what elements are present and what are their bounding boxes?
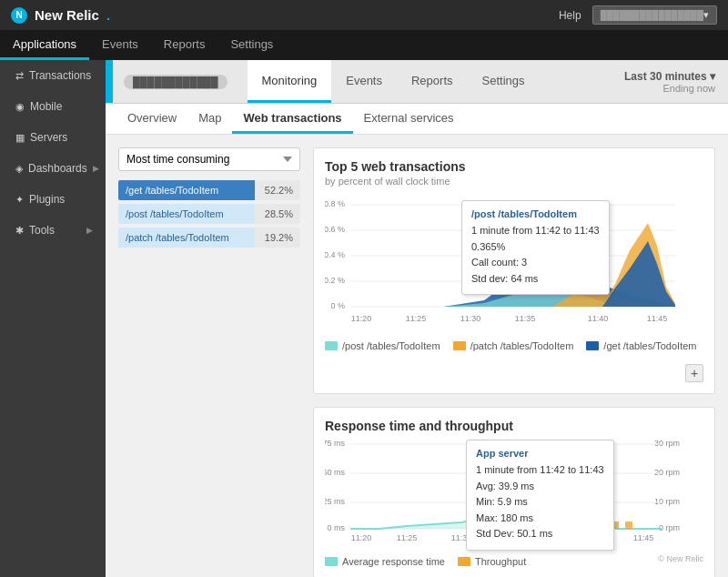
tooltip-row-1: 0.365% <box>471 239 600 256</box>
tx-label-post: /post /tables/TodoItem <box>118 204 255 224</box>
app-name-area: ████████████ <box>113 60 238 103</box>
tx-pct-post: 28.5% <box>255 204 300 224</box>
timerange-sub: Ending now <box>663 83 716 94</box>
subnav-overview[interactable]: Overview <box>116 104 187 134</box>
transaction-row-post[interactable]: /post /tables/TodoItem 28.5% <box>118 204 300 224</box>
nav-settings[interactable]: Settings <box>217 30 286 60</box>
svg-text:0 rpm: 0 rpm <box>659 523 680 532</box>
nav-reports[interactable]: Reports <box>151 30 218 60</box>
svg-text:11:45: 11:45 <box>633 533 654 542</box>
svg-text:11:40: 11:40 <box>588 314 609 323</box>
top5-chart-subtitle: by percent of wall clock time <box>325 176 703 187</box>
timerange-label: Last 30 minutes ▾ <box>624 70 715 83</box>
dashboards-icon: ◈ <box>15 163 23 175</box>
tab-events[interactable]: Events <box>331 60 397 103</box>
chevron-right-icon: ▶ <box>93 164 99 173</box>
response-tooltip-row-0: 1 minute from 11:42 to 11:43 <box>476 462 604 479</box>
svg-text:30 rpm: 30 rpm <box>654 439 680 448</box>
legend-item-response: Average response time <box>325 556 445 567</box>
svg-text:11:25: 11:25 <box>406 314 427 323</box>
svg-text:0.8 %: 0.8 % <box>325 199 345 208</box>
top5-chart-section: Top 5 web transactions by percent of wal… <box>313 147 715 394</box>
svg-text:0.2 %: 0.2 % <box>325 276 345 285</box>
topbar: N New Relic. Help ████████████████ ▾ <box>0 0 728 30</box>
tx-label-get: /get /tables/TodoItem <box>118 180 255 200</box>
chart-watermark: © New Relic <box>658 554 703 563</box>
tab-monitoring[interactable]: Monitoring <box>248 60 332 103</box>
left-panel: Most time consuming /get /tables/TodoIte… <box>118 147 300 564</box>
nav-applications[interactable]: Applications <box>0 30 89 60</box>
svg-rect-41 <box>625 521 632 529</box>
tooltip-row-2: Call count: 3 <box>471 255 600 271</box>
response-chart-section: Response time and throughput 75 ms 50 ms… <box>313 407 715 577</box>
svg-text:0.4 %: 0.4 % <box>325 250 345 259</box>
plugins-icon: ✦ <box>15 194 24 206</box>
svg-text:0.6 %: 0.6 % <box>325 225 345 234</box>
tooltip-title: /post /tables/TodoItem <box>471 208 600 219</box>
svg-text:11:25: 11:25 <box>397 533 418 542</box>
transaction-row-patch[interactable]: /patch /tables/TodoItem 19.2% <box>118 228 300 248</box>
app-tabs: Monitoring Events Reports Settings <box>248 60 540 103</box>
subnav-external-services[interactable]: External services <box>353 104 465 134</box>
tab-settings[interactable]: Settings <box>468 60 540 103</box>
svg-text:50 ms: 50 ms <box>325 468 345 477</box>
add-legend-button[interactable]: + <box>685 364 703 382</box>
tx-pct-get: 52.2% <box>255 180 300 200</box>
legend-item-post: /post /tables/TodoItem <box>325 340 440 351</box>
top5-tooltip: /post /tables/TodoItem 1 minute from 11:… <box>461 200 610 295</box>
app-status-indicator <box>106 60 113 103</box>
legend-color-response <box>325 557 338 566</box>
legend-color-get <box>586 341 599 350</box>
tooltip-row-0: 1 minute from 11:42 to 11:43 <box>471 223 600 239</box>
top5-legend: /post /tables/TodoItem /patch /tables/To… <box>325 340 703 382</box>
svg-text:11:30: 11:30 <box>460 314 481 323</box>
svg-text:20 rpm: 20 rpm <box>654 468 680 477</box>
subnav: Overview Map Web transactions External s… <box>106 104 728 135</box>
top5-chart-title: Top 5 web transactions <box>325 159 703 174</box>
chevron-right-icon-tools: ▶ <box>86 226 93 235</box>
help-link[interactable]: Help <box>559 9 581 22</box>
logo-icon: N <box>11 7 27 24</box>
filter-dropdown[interactable]: Most time consuming <box>118 147 300 171</box>
response-tooltip-row-1: Avg: 39.9 ms <box>476 479 604 495</box>
servers-icon: ▦ <box>15 132 25 144</box>
sidebar: ⇄ Transactions ◉ Mobile ▦ Servers ◈ Dash… <box>0 60 106 577</box>
subnav-web-transactions[interactable]: Web transactions <box>232 104 352 134</box>
tooltip-row-3: Std dev: 64 ms <box>471 271 600 288</box>
svg-text:11:45: 11:45 <box>647 314 668 323</box>
response-tooltip-row-2: Min: 5.9 ms <box>476 494 604 511</box>
mobile-icon: ◉ <box>15 101 25 113</box>
tab-reports[interactable]: Reports <box>397 60 468 103</box>
svg-text:11:20: 11:20 <box>351 314 372 323</box>
nav-events[interactable]: Events <box>89 30 151 60</box>
response-tooltip: App server 1 minute from 11:42 to 11:43 … <box>466 440 614 551</box>
right-panel: Top 5 web transactions by percent of wal… <box>313 147 715 564</box>
main-nav: Applications Events Reports Settings <box>0 30 728 60</box>
app-name-pill[interactable]: ████████████ <box>124 75 228 89</box>
sidebar-item-servers[interactable]: ▦ Servers <box>0 122 106 153</box>
sidebar-item-plugins[interactable]: ✦ Plugins <box>0 184 106 215</box>
response-tooltip-row-4: Std Dev: 50.1 ms <box>476 526 604 542</box>
svg-text:10 rpm: 10 rpm <box>654 497 680 506</box>
legend-color-throughput <box>458 557 470 566</box>
sidebar-item-tools[interactable]: ✱ Tools ▶ <box>0 215 106 246</box>
main-content: Most time consuming /get /tables/TodoIte… <box>106 135 728 577</box>
timerange-selector[interactable]: Last 30 minutes ▾ Ending now <box>612 60 728 103</box>
response-tooltip-title: App server <box>476 448 604 459</box>
sidebar-item-mobile[interactable]: ◉ Mobile <box>0 91 106 122</box>
legend-item-throughput: Throughput <box>458 556 526 567</box>
user-dropdown[interactable]: ████████████████ ▾ <box>592 5 717 25</box>
transaction-row-get[interactable]: /get /tables/TodoItem 52.2% <box>118 180 300 200</box>
legend-color-post <box>325 341 338 350</box>
topbar-right: Help ████████████████ ▾ <box>559 5 717 25</box>
subnav-map[interactable]: Map <box>187 104 232 134</box>
response-legend: Average response time Throughput <box>325 556 526 567</box>
legend-item-get: /get /tables/TodoItem <box>586 340 696 351</box>
tools-icon: ✱ <box>15 225 24 237</box>
response-chart-container: 75 ms 50 ms 25 ms 0 ms 30 rpm 20 rpm 10 … <box>325 435 703 547</box>
sidebar-item-transactions[interactable]: ⇄ Transactions <box>0 60 106 91</box>
tx-label-patch: /patch /tables/TodoItem <box>118 228 255 248</box>
sidebar-item-dashboards[interactable]: ◈ Dashboards ▶ <box>0 153 106 184</box>
svg-text:0 %: 0 % <box>330 301 345 310</box>
svg-text:11:20: 11:20 <box>351 533 372 542</box>
